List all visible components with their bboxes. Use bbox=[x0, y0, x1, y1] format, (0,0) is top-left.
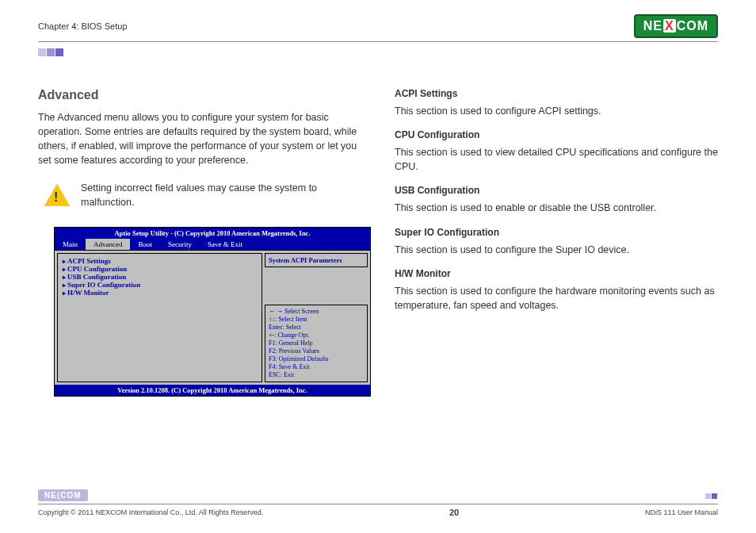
section-body: This section is used to configure the ha… bbox=[395, 284, 718, 313]
bios-tab-save: Save & Exit bbox=[200, 239, 250, 250]
intro-text: The Advanced menu allows you to configur… bbox=[38, 110, 371, 168]
section-body: This section is used to view detailed CP… bbox=[395, 145, 718, 174]
warning-row: Setting incorrect field values may cause… bbox=[38, 181, 371, 209]
bios-tab-boot: Boot bbox=[130, 239, 160, 250]
bios-item: ACPI Settings bbox=[63, 257, 257, 265]
page-header: Chapter 4: BIOS Setup NEXCOM bbox=[38, 14, 718, 42]
section-title: Super IO Configuration bbox=[395, 227, 718, 238]
section-title: H/W Monitor bbox=[395, 268, 718, 279]
bios-item: CPU Configuration bbox=[63, 265, 257, 273]
bios-key-legend: ← → Select Screen ↑↓: Select Item Enter:… bbox=[265, 305, 368, 382]
footer-decor bbox=[705, 488, 718, 502]
copyright-text: Copyright © 2011 NEXCOM International Co… bbox=[38, 508, 263, 516]
section-title: USB Configuration bbox=[395, 185, 718, 196]
bios-tab-main: Main bbox=[55, 239, 86, 250]
bios-side-panel: System ACPI Parameters ← → Select Screen… bbox=[265, 253, 368, 382]
section-body: This section is used to enable or disabl… bbox=[395, 201, 718, 215]
decor-squares bbox=[38, 45, 718, 59]
section-heading: Advanced bbox=[38, 88, 371, 102]
bios-screenshot: Aptio Setup Utility - (C) Copyright 2010… bbox=[54, 227, 371, 397]
bios-item: USB Configuration bbox=[63, 273, 257, 281]
warning-text: Setting incorrect field values may cause… bbox=[81, 181, 371, 209]
bios-tab-row: Main Advanced Boot Security Save & Exit bbox=[55, 239, 370, 250]
footer-logo: NE(COM bbox=[38, 489, 88, 501]
bios-tab-security: Security bbox=[160, 239, 200, 250]
section-body: This section is used to configure ACPI s… bbox=[395, 104, 718, 118]
section-title: ACPI Settings bbox=[395, 88, 718, 99]
page-number: 20 bbox=[449, 508, 459, 517]
chapter-label: Chapter 4: BIOS Setup bbox=[38, 21, 128, 31]
bios-tab-advanced: Advanced bbox=[86, 239, 130, 250]
bios-help-text: System ACPI Parameters bbox=[265, 253, 368, 267]
warning-icon bbox=[44, 184, 70, 206]
manual-name: NDiS 111 User Manual bbox=[645, 508, 718, 516]
left-column: Advanced The Advanced menu allows you to… bbox=[38, 88, 371, 397]
main-content: Advanced The Advanced menu allows you to… bbox=[38, 88, 718, 397]
bios-title: Aptio Setup Utility - (C) Copyright 2010… bbox=[55, 228, 370, 239]
bios-menu-list: ACPI Settings CPU Configuration USB Conf… bbox=[57, 253, 262, 382]
right-column: ACPI Settings This section is used to co… bbox=[395, 88, 718, 397]
section-title: CPU Configuration bbox=[395, 129, 718, 140]
bios-body: ACPI Settings CPU Configuration USB Conf… bbox=[55, 250, 370, 385]
page-footer: NE(COM Copyright © 2011 NEXCOM Internati… bbox=[38, 488, 718, 517]
bios-item: Super IO Configuration bbox=[63, 281, 257, 289]
bios-item: H/W Monitor bbox=[63, 289, 257, 297]
bios-footer: Version 2.10.1208. (C) Copyright 2010 Am… bbox=[55, 385, 370, 396]
section-body: This section is used to configure the Su… bbox=[395, 243, 718, 257]
nexcom-logo: NEXCOM bbox=[634, 14, 718, 38]
